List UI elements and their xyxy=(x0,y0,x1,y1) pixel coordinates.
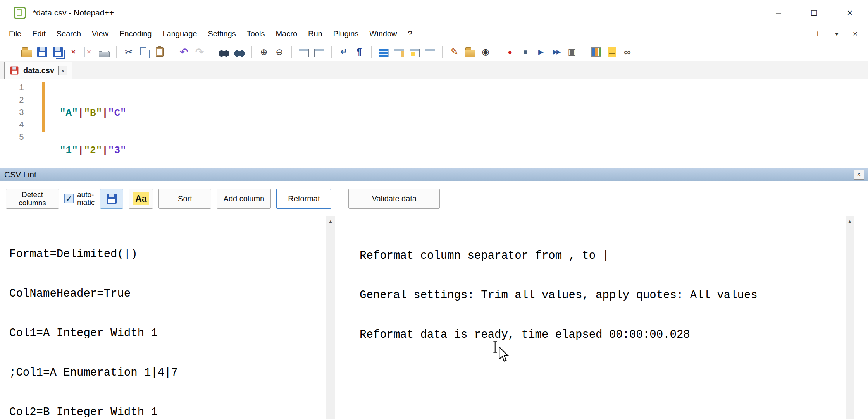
undo-icon[interactable]: ↶ xyxy=(178,46,190,58)
document-list-icon[interactable] xyxy=(424,46,436,58)
indent-guide-icon[interactable] xyxy=(377,46,390,58)
word-wrap-icon[interactable]: ↵ xyxy=(338,46,350,58)
line-number: 4 xyxy=(0,119,24,132)
close-tab-icon[interactable]: × xyxy=(853,29,858,38)
find-icon[interactable] xyxy=(218,46,230,58)
sort-button[interactable]: Sort xyxy=(158,189,211,209)
log-line: Reformat column separator from , to | xyxy=(360,249,846,263)
toolbar-separator xyxy=(371,46,372,58)
tab-list-icon[interactable]: ▼ xyxy=(834,31,840,37)
menu-window[interactable]: Window xyxy=(364,25,402,43)
show-all-characters-icon[interactable]: ¶ xyxy=(353,46,365,58)
schema-scrollbar[interactable]: ▲ xyxy=(326,216,335,419)
paste-icon[interactable] xyxy=(153,46,166,58)
validate-data-button[interactable]: Validate data xyxy=(348,189,440,209)
menu-settings[interactable]: Settings xyxy=(202,25,241,43)
menu-edit[interactable]: Edit xyxy=(27,25,51,43)
menu-encoding[interactable]: Encoding xyxy=(114,25,157,43)
log-textarea[interactable]: Reformat column separator from , to | Ge… xyxy=(357,216,846,419)
zoom-in-icon[interactable]: ⊕ xyxy=(258,46,270,58)
workspace-folder-icon[interactable] xyxy=(464,46,476,58)
new-file-icon[interactable] xyxy=(5,46,17,58)
cut-icon[interactable]: ✂ xyxy=(122,46,135,58)
save-schema-button[interactable] xyxy=(100,189,123,209)
menu-view[interactable]: View xyxy=(86,25,114,43)
menu-tools[interactable]: Tools xyxy=(241,25,270,43)
function-list-icon[interactable] xyxy=(408,46,421,58)
log-scrollbar[interactable]: ▲ xyxy=(846,216,854,419)
pane-function-shape xyxy=(410,49,420,57)
csvlint-link-icon[interactable]: ∞ xyxy=(621,46,634,58)
schema-line: ;Col1=A Enumeration 1|4|7 xyxy=(9,366,326,380)
scroll-up-icon[interactable]: ▲ xyxy=(326,216,335,226)
schema-line: Format=Delimited(|) xyxy=(9,248,326,261)
save-all-icon[interactable] xyxy=(52,46,64,58)
copy-icon[interactable] xyxy=(138,46,150,58)
detect-columns-label-2: columns xyxy=(19,199,46,207)
csvlint-panel-body: Detect columns ✓ auto- matic Aa Sort Add… xyxy=(0,181,868,419)
toolbar-separator xyxy=(331,46,332,58)
reformat-button[interactable]: Reformat xyxy=(276,189,331,209)
menu-file[interactable]: File xyxy=(3,25,27,43)
tab-close-icon[interactable]: × xyxy=(58,66,67,75)
minimize-button[interactable]: – xyxy=(761,0,796,25)
menu-plugins[interactable]: Plugins xyxy=(328,25,364,43)
notepadpp-logo-icon xyxy=(14,7,26,19)
redo-icon[interactable]: ↷ xyxy=(193,46,206,58)
scroll-up-icon[interactable]: ▲ xyxy=(846,216,854,226)
csvlint-columns-icon[interactable] xyxy=(590,46,603,58)
toolbar-separator xyxy=(172,46,172,58)
menu-bar: File Edit Search View Encoding Language … xyxy=(0,25,868,43)
unsaved-file-icon xyxy=(10,67,19,75)
csv-separator: | xyxy=(78,144,84,156)
open-file-icon[interactable] xyxy=(21,46,33,58)
automatic-label-2: matic xyxy=(77,199,95,206)
zoom-out-icon[interactable]: ⊖ xyxy=(273,46,286,58)
tab-data-csv[interactable]: data.csv × xyxy=(4,62,72,79)
maximize-button[interactable]: □ xyxy=(796,0,832,25)
close-file-icon[interactable] xyxy=(67,46,79,58)
add-column-button[interactable]: Add column xyxy=(217,189,271,209)
line-number: 5 xyxy=(0,132,24,144)
print-icon[interactable] xyxy=(98,46,110,58)
floppy-stack-shape xyxy=(53,47,63,57)
menu-macro[interactable]: Macro xyxy=(270,25,303,43)
csv-separator: | xyxy=(102,107,108,119)
sync-vertical-icon[interactable] xyxy=(298,46,310,58)
menu-run[interactable]: Run xyxy=(303,25,328,43)
csvlint-doc-icon[interactable] xyxy=(606,46,618,58)
menu-language[interactable]: Language xyxy=(157,25,202,43)
replace-icon[interactable] xyxy=(233,46,246,58)
macro-run-multiple-icon[interactable]: ▶▶ xyxy=(550,46,563,58)
sync-horizontal-icon[interactable] xyxy=(313,46,326,58)
line-number: 2 xyxy=(0,94,24,107)
menu-search[interactable]: Search xyxy=(51,25,86,43)
schema-textarea[interactable]: Format=Delimited(|) ColNameHeader=True C… xyxy=(0,216,326,419)
macro-stop-icon[interactable]: ■ xyxy=(519,46,532,58)
csv-field: "C" xyxy=(108,107,126,119)
close-button[interactable]: × xyxy=(832,0,868,25)
log-line: General settings: Trim all values, apply… xyxy=(360,289,846,302)
editor-area[interactable]: 1 2 3 4 5 "A"|"B"|"C" "1"|"2"|"3" "4"|"5… xyxy=(0,79,868,168)
save-file-icon[interactable] xyxy=(36,46,48,58)
automatic-checkbox[interactable]: ✓ xyxy=(64,194,74,203)
syntax-color-button[interactable]: Aa xyxy=(129,189,153,209)
macro-save-icon[interactable]: ▣ xyxy=(566,46,578,58)
printer-shape xyxy=(99,51,110,57)
csv-field: "3" xyxy=(108,144,126,156)
macro-record-icon[interactable]: ● xyxy=(504,46,516,58)
document-map-icon[interactable] xyxy=(393,46,405,58)
csvlint-close-icon[interactable]: × xyxy=(854,170,864,180)
csvlint-panel-title: CSV Lint xyxy=(4,170,36,179)
detect-columns-button[interactable]: Detect columns xyxy=(6,189,59,209)
blue-lines-shape xyxy=(379,49,389,57)
new-tab-icon[interactable]: + xyxy=(815,28,821,40)
edit-pen-icon[interactable]: ✎ xyxy=(448,46,461,58)
file-monitoring-icon[interactable]: ◉ xyxy=(479,46,492,58)
menu-help[interactable]: ? xyxy=(402,25,417,43)
tab-bar-controls: + ▼ × xyxy=(815,28,868,40)
color-grid-shape xyxy=(591,47,601,57)
close-all-icon[interactable] xyxy=(83,46,95,58)
line-number-gutter: 1 2 3 4 5 xyxy=(0,82,28,144)
macro-play-icon[interactable]: ▶ xyxy=(535,46,547,58)
